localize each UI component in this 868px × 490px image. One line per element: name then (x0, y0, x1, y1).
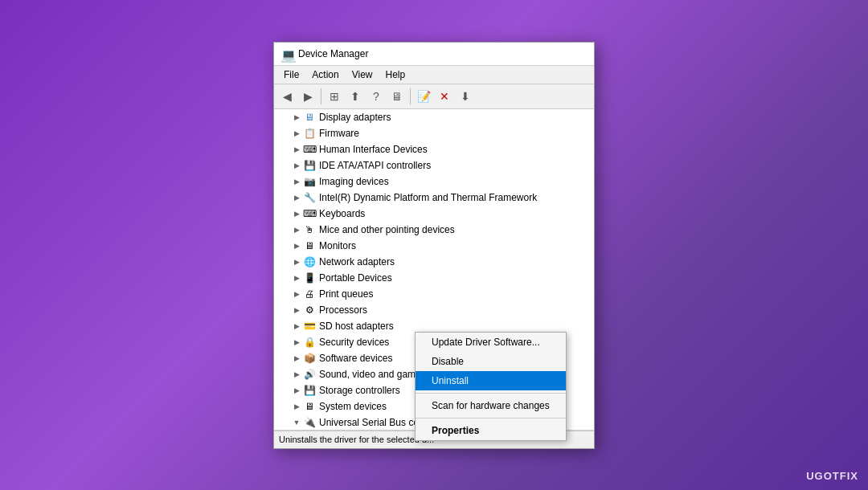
print-queues-icon: 🖨 (303, 288, 316, 300)
expand-arrow: ▶ (290, 370, 303, 378)
display-adapters-icon: 🖥 (303, 111, 316, 124)
processors-icon: ⚙ (303, 304, 316, 316)
context-menu-separator-2 (416, 418, 566, 419)
tree-item-portable-devices[interactable]: ▶ 📱 Portable Devices (274, 270, 594, 286)
expand-arrow: ▶ (290, 210, 303, 218)
portable-devices-label: Portable Devices (319, 272, 392, 284)
expand-arrow: ▶ (290, 145, 303, 153)
scan-button[interactable]: 📝 (414, 87, 433, 106)
security-devices-label: Security devices (319, 337, 389, 348)
toolbar-separator-1 (321, 88, 321, 104)
sd-host-icon: 💳 (303, 320, 316, 333)
expand-arrow: ▶ (290, 178, 303, 186)
device-manager-window: 💻 Device Manager File Action View Help ◀… (273, 42, 595, 449)
tree-item-human-interface[interactable]: ▶ ⌨ Human Interface Devices (274, 141, 594, 157)
menu-bar: File Action View Help (274, 66, 594, 84)
forward-button[interactable]: ▶ (298, 87, 317, 106)
context-menu-uninstall[interactable]: Uninstall (416, 371, 566, 390)
imaging-icon: 📷 (303, 175, 316, 188)
refresh-button[interactable]: ⬇ (456, 87, 475, 106)
menu-help[interactable]: Help (379, 67, 412, 82)
keyboards-icon: ⌨ (303, 207, 316, 220)
tree-item-display-adapters[interactable]: ▶ 🖥 Display adapters (274, 109, 594, 125)
ide-ata-icon: 💾 (303, 159, 316, 172)
tree-item-mice[interactable]: ▶ 🖱 Mice and other pointing devices (274, 222, 594, 238)
tree-item-firmware[interactable]: ▶ 📋 Firmware (274, 125, 594, 141)
expand-arrow: ▶ (290, 258, 303, 266)
sd-host-label: SD host adapters (319, 321, 394, 332)
context-menu: Update Driver Software... Disable Uninst… (415, 332, 567, 441)
expand-arrow: ▶ (290, 354, 303, 362)
help-button[interactable]: ? (366, 87, 386, 106)
expand-arrow: ▶ (290, 242, 303, 250)
window-icon: 💻 (280, 47, 293, 60)
context-menu-properties[interactable]: Properties (416, 421, 566, 440)
storage-controllers-icon: 💾 (303, 384, 316, 397)
expand-arrow: ▶ (290, 322, 303, 330)
tree-item-keyboards[interactable]: ▶ ⌨ Keyboards (274, 206, 594, 222)
tree-item-print-queues[interactable]: ▶ 🖨 Print queues (274, 286, 594, 302)
monitors-label: Monitors (319, 240, 356, 251)
window-title: Device Manager (298, 48, 588, 59)
software-devices-icon: 📦 (303, 352, 316, 365)
intel-dynamic-label: Intel(R) Dynamic Platform and Thermal Fr… (319, 192, 537, 203)
status-text: Uninstalls the driver for the selected d… (279, 435, 434, 444)
context-menu-update-driver[interactable]: Update Driver Software... (416, 333, 566, 352)
print-queues-label: Print queues (319, 288, 373, 300)
tree-item-intel-dynamic[interactable]: ▶ 🔧 Intel(R) Dynamic Platform and Therma… (274, 190, 594, 206)
title-bar: 💻 Device Manager (274, 43, 594, 66)
expand-arrow: ▶ (290, 274, 303, 282)
watermark: UGOTFIX (806, 470, 858, 482)
mice-label: Mice and other pointing devices (319, 224, 455, 235)
system-devices-label: System devices (319, 401, 387, 412)
intel-dynamic-icon: 🔧 (303, 191, 316, 204)
display-button[interactable]: 🖥 (387, 87, 407, 106)
expand-arrow: ▶ (290, 338, 303, 346)
usb-controllers-icon: 🔌 (303, 416, 316, 429)
tree-item-network-adapters[interactable]: ▶ 🌐 Network adapters (274, 254, 594, 270)
toolbar-separator-2 (410, 88, 411, 104)
expand-arrow: ▶ (290, 161, 303, 169)
software-devices-label: Software devices (319, 353, 392, 364)
firmware-label: Firmware (319, 128, 359, 139)
context-menu-separator-1 (416, 393, 566, 394)
sound-video-icon: 🔊 (303, 368, 316, 381)
properties-button[interactable]: ⊞ (325, 87, 344, 106)
system-devices-icon: 🖥 (303, 400, 316, 413)
expand-arrow: ▼ (290, 419, 303, 427)
expand-arrow: ▶ (290, 306, 303, 314)
tree-item-processors[interactable]: ▶ ⚙ Processors (274, 302, 594, 318)
update-driver-button[interactable]: ⬆ (346, 87, 365, 106)
uninstall-button[interactable]: ✕ (435, 87, 454, 106)
expand-arrow: ▶ (290, 194, 303, 202)
portable-devices-icon: 📱 (303, 272, 316, 284)
storage-controllers-label: Storage controllers (319, 385, 400, 396)
human-interface-label: Human Interface Devices (319, 144, 428, 155)
back-button[interactable]: ◀ (277, 87, 297, 106)
menu-view[interactable]: View (346, 67, 379, 82)
expand-arrow: ▶ (290, 113, 303, 121)
security-devices-icon: 🔒 (303, 336, 316, 349)
network-adapters-label: Network adapters (319, 256, 395, 267)
menu-file[interactable]: File (277, 67, 305, 82)
firmware-icon: 📋 (303, 127, 316, 140)
tree-item-imaging[interactable]: ▶ 📷 Imaging devices (274, 174, 594, 190)
imaging-label: Imaging devices (319, 176, 389, 187)
network-adapters-icon: 🌐 (303, 255, 316, 268)
processors-label: Processors (319, 304, 367, 316)
monitors-icon: 🖥 (303, 239, 316, 252)
ide-ata-label: IDE ATA/ATAPI controllers (319, 160, 431, 171)
expand-arrow: ▶ (290, 386, 303, 394)
menu-action[interactable]: Action (305, 67, 345, 82)
context-menu-disable[interactable]: Disable (416, 352, 566, 371)
expand-arrow: ▶ (290, 402, 303, 410)
tree-item-ide-ata[interactable]: ▶ 💾 IDE ATA/ATAPI controllers (274, 157, 594, 174)
context-menu-scan-changes[interactable]: Scan for hardware changes (416, 396, 566, 415)
tree-item-monitors[interactable]: ▶ 🖥 Monitors (274, 238, 594, 254)
keyboards-label: Keyboards (319, 208, 365, 219)
human-interface-icon: ⌨ (303, 143, 316, 156)
mice-icon: 🖱 (303, 223, 316, 236)
expand-arrow: ▶ (290, 290, 303, 298)
toolbar: ◀ ▶ ⊞ ⬆ ? 🖥 📝 ✕ ⬇ (274, 84, 594, 109)
expand-arrow: ▶ (290, 226, 303, 234)
